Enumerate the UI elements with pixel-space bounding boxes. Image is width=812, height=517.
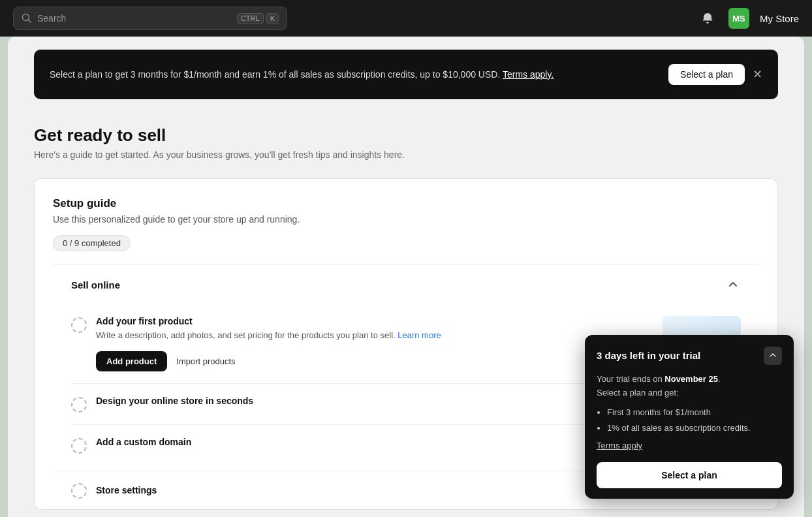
user-avatar[interactable]: MS bbox=[728, 8, 749, 29]
task-circle-store-settings bbox=[71, 483, 87, 499]
benefit-1: First 3 months for $1/month bbox=[607, 405, 782, 420]
trial-popup-terms-link[interactable]: Terms apply bbox=[597, 439, 782, 453]
banner-close-button[interactable]: ✕ bbox=[753, 69, 762, 80]
ctrl-key: CTRL bbox=[237, 13, 264, 24]
promo-banner: Select a plan to get 3 months for $1/mon… bbox=[34, 50, 778, 99]
task-title-add-product: Add your first product bbox=[96, 316, 653, 326]
top-navigation: Search CTRL K MS My Store bbox=[0, 0, 812, 37]
task-desc-add-product: Write a description, add photos, and set… bbox=[96, 329, 653, 342]
search-placeholder: Search bbox=[37, 13, 232, 24]
store-settings-title: Store settings bbox=[96, 485, 157, 495]
task-circle-add-product bbox=[71, 317, 87, 333]
banner-actions: Select a plan ✕ bbox=[668, 64, 762, 85]
banner-select-plan-button[interactable]: Select a plan bbox=[668, 64, 745, 85]
trial-popup-collapse-button[interactable] bbox=[764, 347, 782, 365]
sell-online-section-header[interactable]: Sell online bbox=[53, 264, 759, 304]
trial-popup-body: Your trial ends on November 25. Select a… bbox=[597, 373, 782, 453]
nav-right: MS My Store bbox=[697, 8, 799, 29]
learn-more-link[interactable]: Learn more bbox=[398, 330, 441, 340]
trial-popup-sub-title: Select a plan and get: bbox=[597, 388, 679, 398]
progress-badge: 0 / 9 completed bbox=[53, 235, 131, 251]
import-products-button[interactable]: Import products bbox=[174, 351, 238, 371]
trial-popup-header: 3 days left in your trial bbox=[597, 347, 782, 365]
task-circle-design-store bbox=[71, 397, 87, 413]
trial-end-date: November 25 bbox=[664, 374, 718, 384]
search-bar[interactable]: Search CTRL K bbox=[13, 7, 287, 30]
page-subtitle: Here's a guide to get started. As your b… bbox=[34, 149, 778, 160]
task-body-add-product: Add your first product Write a descripti… bbox=[96, 316, 653, 371]
task-circle-custom-domain bbox=[71, 438, 87, 454]
banner-terms-link[interactable]: Terms apply. bbox=[503, 69, 554, 80]
trial-popup-select-plan-button[interactable]: Select a plan bbox=[597, 462, 782, 488]
notifications-button[interactable] bbox=[697, 8, 718, 29]
banner-text: Select a plan to get 3 months for $1/mon… bbox=[50, 68, 554, 82]
task-actions-add-product: Add product Import products bbox=[96, 351, 653, 371]
search-shortcut: CTRL K bbox=[237, 13, 279, 24]
chevron-up-icon bbox=[725, 277, 741, 292]
page-title: Get ready to sell bbox=[34, 125, 778, 146]
setup-guide-description: Use this personalized guide to get your … bbox=[53, 214, 759, 225]
k-key: K bbox=[266, 13, 279, 24]
setup-guide-title: Setup guide bbox=[53, 197, 759, 210]
sell-online-title: Sell online bbox=[71, 279, 120, 290]
search-icon bbox=[22, 13, 32, 24]
benefit-2: 1% of all sales as subscription credits. bbox=[607, 420, 782, 435]
trial-popup-title: 3 days left in your trial bbox=[597, 350, 700, 361]
trial-popup: 3 days left in your trial Your trial end… bbox=[585, 335, 794, 499]
store-name: My Store bbox=[760, 13, 799, 24]
add-product-button[interactable]: Add product bbox=[96, 351, 167, 371]
trial-popup-benefits: First 3 months for $1/month 1% of all sa… bbox=[607, 405, 782, 435]
